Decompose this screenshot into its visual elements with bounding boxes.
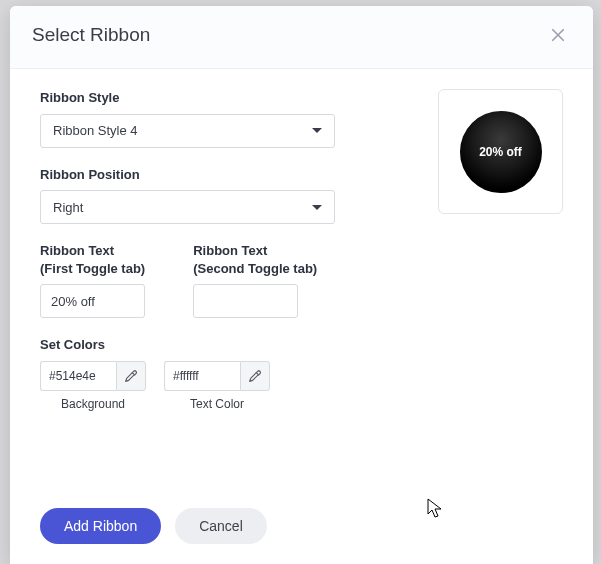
- background-color-field: Background: [40, 361, 146, 411]
- text-color-input[interactable]: [164, 361, 240, 391]
- text-color-label: Text Color: [190, 397, 244, 411]
- background-color-input[interactable]: [40, 361, 116, 391]
- chevron-down-icon: [312, 205, 322, 210]
- ribbon-position-label: Ribbon Position: [40, 166, 398, 184]
- modal-title: Select Ribbon: [32, 24, 150, 46]
- ribbon-position-value: Right: [53, 200, 83, 215]
- ribbon-style-value: Ribbon Style 4: [53, 123, 138, 138]
- close-icon: [549, 26, 567, 44]
- close-button[interactable]: [545, 22, 571, 48]
- ribbon-style-field: Ribbon Style Ribbon Style 4: [40, 89, 398, 148]
- ribbon-position-field: Ribbon Position Right: [40, 166, 398, 225]
- ribbon-text1-field: Ribbon Text (First Toggle tab): [40, 242, 145, 318]
- modal-footer: Add Ribbon Cancel: [10, 494, 593, 564]
- set-colors-heading: Set Colors: [40, 336, 563, 354]
- chevron-down-icon: [312, 128, 322, 133]
- ribbon-text2-field: Ribbon Text (Second Toggle tab): [193, 242, 317, 318]
- ribbon-text1-label: Ribbon Text (First Toggle tab): [40, 242, 145, 277]
- background-color-picker[interactable]: [116, 361, 146, 391]
- ribbon-text1-input[interactable]: [40, 284, 145, 318]
- ribbon-text2-label: Ribbon Text (Second Toggle tab): [193, 242, 317, 277]
- ribbon-position-select[interactable]: Right: [40, 190, 335, 224]
- modal-header: Select Ribbon: [10, 6, 593, 69]
- modal-body: Ribbon Style Ribbon Style 4 Ribbon Posit…: [10, 69, 593, 494]
- eyedropper-icon: [247, 368, 263, 384]
- ribbon-preview-text: 20% off: [479, 145, 522, 159]
- ribbon-text2-input[interactable]: [193, 284, 298, 318]
- ribbon-style-select[interactable]: Ribbon Style 4: [40, 114, 335, 148]
- cancel-button[interactable]: Cancel: [175, 508, 267, 544]
- add-ribbon-button[interactable]: Add Ribbon: [40, 508, 161, 544]
- text-color-field: Text Color: [164, 361, 270, 411]
- set-colors-section: Set Colors Background: [40, 336, 563, 411]
- eyedropper-icon: [123, 368, 139, 384]
- ribbon-style-label: Ribbon Style: [40, 89, 398, 107]
- text-color-picker[interactable]: [240, 361, 270, 391]
- select-ribbon-modal: Select Ribbon Ribbon Style Ribbon Style …: [10, 6, 593, 564]
- background-color-label: Background: [61, 397, 125, 411]
- ribbon-preview-badge: 20% off: [460, 111, 542, 193]
- ribbon-preview: 20% off: [438, 89, 563, 214]
